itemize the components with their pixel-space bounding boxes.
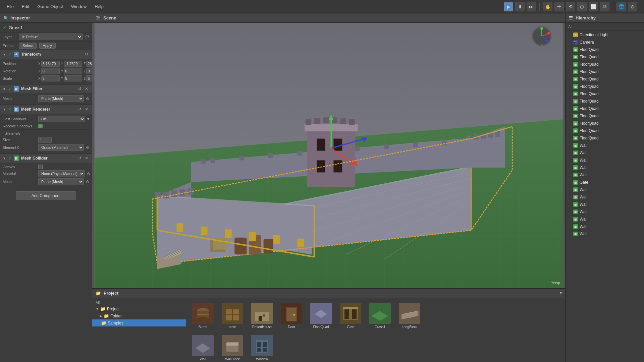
meshfilter-refresh-btn[interactable]: ↺ [77, 86, 83, 92]
element0-target[interactable]: ⊙ [86, 145, 89, 150]
hand-tool[interactable]: ✋ [543, 2, 552, 11]
meshrenderer-close-btn[interactable]: ✕ [84, 107, 89, 112]
menu-help[interactable]: Help [91, 3, 107, 10]
scene-viewport[interactable]: ✕ Persp [92, 23, 565, 288]
menu-file[interactable]: File [3, 3, 17, 10]
layer-clock-icon[interactable]: ⏱ [85, 35, 89, 39]
add-component-button[interactable]: Add Component [16, 191, 76, 200]
asset-gate[interactable]: Gate [337, 301, 364, 330]
scale-z-input[interactable] [86, 75, 92, 81]
rotate-tool[interactable]: ⟲ [566, 2, 575, 11]
cast-shadows-select[interactable]: On [38, 116, 85, 122]
hierarchy-floorquad-5[interactable]: ▦ FloorQuad [566, 83, 644, 90]
object-active-checkbox[interactable]: ✓ [3, 25, 7, 30]
hierarchy-wall-7[interactable]: ▦ Wall [566, 201, 644, 208]
meshfilter-mesh-select[interactable]: Plane (Mesh) [38, 95, 84, 102]
hierarchy-floorquad-9[interactable]: ▦ FloorQuad [566, 112, 644, 120]
rect-tool[interactable]: ⬜ [589, 2, 598, 11]
asset-wallBlock[interactable]: WallBlock [219, 334, 246, 362]
meshfilter-close-btn[interactable]: ✕ [84, 86, 89, 92]
transform-refresh-btn[interactable]: ↺ [84, 52, 89, 57]
hierarchy-wall-8[interactable]: ▦ Wall [566, 208, 644, 216]
meshfilter-header[interactable]: ▼ ✓ ▦ Mesh Filter ↺ ✕ [0, 84, 92, 93]
asset-grass1[interactable]: Grass1 [367, 301, 393, 330]
pos-z-input[interactable] [86, 61, 92, 67]
prefab-apply-button[interactable]: Apply [39, 43, 56, 49]
hierarchy-floorquad-10[interactable]: ▦ FloorQuad [566, 120, 644, 127]
hierarchy-camera[interactable]: 📷 Camera [566, 39, 644, 46]
hierarchy-gate[interactable]: ▦ Gate [566, 179, 644, 186]
rot-z-input[interactable] [86, 68, 92, 74]
menu-edit[interactable]: Edit [18, 3, 33, 10]
materials-size-input[interactable] [38, 137, 52, 143]
scene-gizmo[interactable]: ✕ [532, 26, 552, 46]
hierarchy-wall-4[interactable]: ▦ Wall [566, 171, 644, 179]
hierarchy-floorquad-1[interactable]: ▦ FloorQuad [566, 53, 644, 61]
meshcollider-close-btn[interactable]: ✕ [84, 156, 89, 161]
hierarchy-wall-10[interactable]: ▦ Wall [566, 223, 644, 230]
hierarchy-directional-light[interactable]: ☀ Directional Light [566, 31, 644, 39]
rot-y-input[interactable] [64, 68, 82, 74]
receive-shadows-checkbox[interactable]: ✓ [38, 124, 43, 128]
asset-floorQuad[interactable]: FloorQuad [308, 301, 334, 330]
hierarchy-floorquad-8[interactable]: ▦ FloorQuad [566, 105, 644, 112]
project-tree-folder[interactable]: ▶ 📁 Folder [92, 312, 186, 319]
hierarchy-floorquad-0[interactable]: ▦ FloorQuad [566, 46, 644, 53]
meshrenderer-refresh-btn[interactable]: ↺ [77, 107, 83, 112]
move-tool[interactable]: ✛ [554, 2, 564, 11]
step-button[interactable]: ⏭ [527, 2, 536, 11]
element0-select[interactable]: Grass (Material) [38, 144, 84, 151]
play-button[interactable]: ▶ [504, 2, 513, 11]
project-collapse-btn[interactable]: ▾ [560, 291, 562, 295]
meshcollider-refresh-btn[interactable]: ↺ [77, 156, 83, 161]
hierarchy-floorquad-2[interactable]: ▦ FloorQuad [566, 61, 644, 68]
cast-shadows-arrow[interactable]: ▾ [87, 117, 89, 121]
hierarchy-wall-2[interactable]: ▦ Wall [566, 157, 644, 164]
scale-x-input[interactable] [41, 75, 60, 81]
pos-x-input[interactable] [41, 61, 60, 67]
menu-window[interactable]: Window [68, 3, 90, 10]
pivot-center-toggle[interactable]: ⊙ [628, 2, 637, 11]
meshcollider-header[interactable]: ▼ ✓ ▦ Mesh Collider ↺ ✕ [0, 154, 92, 163]
collider-mesh-select[interactable]: Plane (Mesh) [38, 178, 84, 185]
hierarchy-wall-6[interactable]: ▦ Wall [566, 193, 644, 201]
hierarchy-floorquad-11[interactable]: ▦ FloorQuad [566, 127, 644, 134]
hierarchy-wall-1[interactable]: ▦ Wall [566, 149, 644, 157]
asset-longBlock[interactable]: LongBlock [396, 301, 423, 330]
hierarchy-floorquad-6[interactable]: ▦ FloorQuad [566, 90, 644, 98]
pause-button[interactable]: ⏸ [515, 2, 525, 11]
hierarchy-floorquad-12[interactable]: ▦ FloorQuad [566, 134, 644, 142]
asset-crate[interactable]: crate [219, 301, 246, 330]
transform-header[interactable]: ▼ ✓ ⊕ Transform ↺ [0, 50, 92, 59]
asset-window[interactable]: Window [249, 334, 275, 362]
rot-x-input[interactable] [41, 68, 60, 74]
hierarchy-wall-0[interactable]: ▦ Wall [566, 142, 644, 149]
hierarchy-wall-11[interactable]: ▦ Wall [566, 230, 644, 238]
global-local-toggle[interactable]: 🌐 [616, 2, 626, 11]
transform-tool[interactable]: ⧉ [600, 2, 609, 11]
project-tree-project[interactable]: ▼ 📁 Project [92, 305, 186, 312]
layer-select[interactable]: 0: Default [19, 34, 83, 40]
gizmo-close-button[interactable]: ✕ [540, 43, 543, 47]
prefab-select-button[interactable]: Select [19, 43, 37, 49]
collider-material-target[interactable]: ⊙ [87, 171, 90, 176]
meshfilter-mesh-target[interactable]: ⊙ [86, 96, 89, 101]
collider-mesh-target[interactable]: ⊙ [86, 179, 89, 184]
collider-material-select[interactable]: None (PhysicMaterial) [38, 170, 85, 177]
hierarchy-wall-3[interactable]: ▦ Wall [566, 164, 644, 171]
asset-desertHouse[interactable]: DesertHouse [249, 301, 275, 330]
menu-gameobject[interactable]: Game Object [34, 3, 66, 10]
asset-wall[interactable]: Wall [190, 334, 216, 362]
scale-y-input[interactable] [64, 75, 82, 81]
project-tree-samples[interactable]: 📁 Samples [92, 319, 186, 326]
pos-y-input[interactable] [64, 61, 82, 67]
hierarchy-floorquad-3[interactable]: ▦ FloorQuad [566, 68, 644, 75]
hierarchy-wall-5[interactable]: ▦ Wall [566, 186, 644, 193]
hierarchy-floorquad-4[interactable]: ▦ FloorQuad [566, 75, 644, 83]
scale-tool[interactable]: ⬡ [577, 2, 587, 11]
hierarchy-floorquad-7[interactable]: ▦ FloorQuad [566, 98, 644, 105]
meshrenderer-header[interactable]: ▼ ✓ ▦ Mesh Renderer ↺ ✕ [0, 105, 92, 114]
convex-checkbox[interactable] [38, 165, 43, 169]
asset-barrel[interactable]: Barrel [190, 301, 216, 330]
hierarchy-wall-9[interactable]: ▦ Wall [566, 216, 644, 223]
